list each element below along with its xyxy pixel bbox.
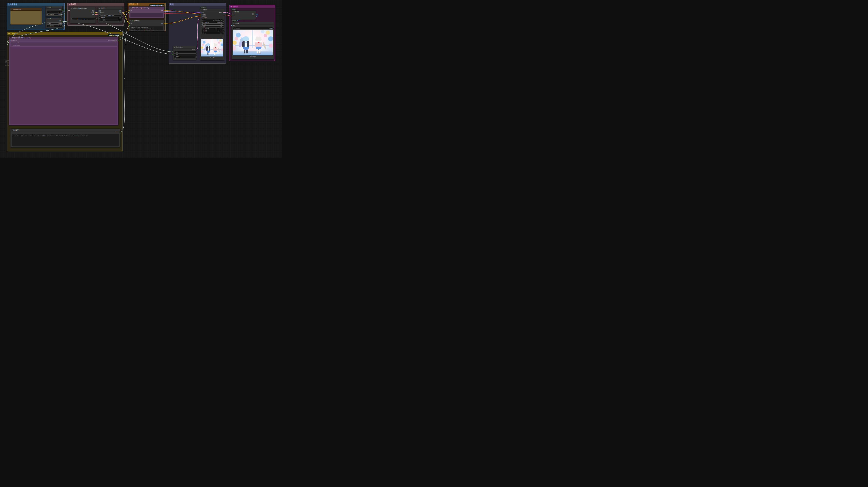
widget-control-after-generate[interactable]: ◀生成后控制randomize▶ <box>202 21 224 23</box>
prev-arrow-icon[interactable]: ◀ <box>202 30 203 31</box>
widget-batch-size[interactable]: ◀批量大小1▶ <box>174 56 197 58</box>
negative-textarea[interactable]: low quality,worst quality,normal quality… <box>130 26 163 30</box>
widget-scheduler[interactable]: ◀调度器sgm_uniform▶ <box>202 30 224 32</box>
collapse-dot[interactable] <box>71 8 72 9</box>
port-string-output[interactable] <box>120 132 121 133</box>
port-text-input[interactable] <box>129 25 130 26</box>
node-checkpoint-loader[interactable]: Checkpoint加载器（简易） ◀noobaiXLNAIXL_vPred10… <box>70 7 96 23</box>
node-vae-decode[interactable]: VAE解码 <box>231 10 256 20</box>
port-int-output[interactable] <box>62 9 63 10</box>
prev-arrow-icon[interactable]: ◀ <box>72 19 73 20</box>
decrement-arrow-icon[interactable]: ◀ <box>47 11 48 12</box>
collapse-dot[interactable] <box>201 9 203 11</box>
decrement-arrow-icon[interactable]: ◀ <box>100 17 100 18</box>
increment-arrow-icon[interactable]: ▶ <box>223 26 223 27</box>
decrement-arrow-icon[interactable]: ◀ <box>47 14 48 15</box>
next-arrow-icon[interactable]: ▶ <box>223 30 223 31</box>
prev-arrow-icon[interactable]: ◀ <box>100 15 100 16</box>
widget-sampler-name[interactable]: ◀采样器名称euler_ancestral▶ <box>202 28 224 30</box>
increment-arrow-icon[interactable]: ▶ <box>223 24 223 25</box>
decrement-arrow-icon[interactable]: ◀ <box>202 33 203 34</box>
decrement-arrow-icon[interactable]: ◀ <box>100 20 100 21</box>
port-image-output[interactable] <box>255 13 256 14</box>
node-negative-prompt[interactable]: 负面提示词 low quality,worst quality,normal q… <box>10 129 120 147</box>
increment-arrow-icon[interactable]: ▶ <box>61 23 62 24</box>
collapse-dot[interactable] <box>11 9 12 10</box>
collapse-dot[interactable] <box>99 7 100 9</box>
port-latent-input[interactable] <box>231 13 232 14</box>
collapse-dot[interactable] <box>11 129 12 131</box>
increment-arrow-icon[interactable]: ▶ <box>121 17 122 18</box>
port-clip-output[interactable] <box>122 12 123 13</box>
widget-value[interactable]: ◀value1344▶ <box>46 11 63 13</box>
node-markdown-note[interactable]: Markdown Note <box>10 8 42 25</box>
widget-lora-name[interactable]: ◀sdxl\style\ill-xl-01-ibara_riato_1 ...▶ <box>99 14 123 17</box>
collapse-dot[interactable] <box>232 23 234 24</box>
collapse-dot[interactable] <box>174 46 175 48</box>
port-clip-input[interactable] <box>129 10 130 11</box>
port-latent-output[interactable] <box>195 49 197 51</box>
next-arrow-icon[interactable]: ▶ <box>121 15 122 16</box>
prev-arrow-icon[interactable]: ◀ <box>202 28 203 29</box>
next-arrow-icon[interactable]: ▶ <box>223 28 223 29</box>
port-canvas-height-input[interactable] <box>8 44 9 45</box>
widget-seed[interactable]: ◀种子544728003394482▶ <box>202 19 224 21</box>
increment-arrow-icon[interactable]: ▶ <box>223 22 223 23</box>
prompt-textarea[interactable] <box>130 13 163 18</box>
widget-filename-prefix[interactable]: 文件名前缀ComfyUI <box>232 27 274 30</box>
port-cond-output[interactable] <box>163 23 165 24</box>
port-clip-output[interactable] <box>95 12 96 13</box>
widget-clip-strength[interactable]: ◀CLIP强度1.00▶ <box>99 19 123 21</box>
decrement-arrow-icon[interactable]: ◀ <box>202 24 203 25</box>
widget-control-after-generate[interactable]: ◀生成后控制fixed▶ <box>46 13 63 15</box>
increment-arrow-icon[interactable]: ▶ <box>195 57 196 58</box>
port-text-input[interactable] <box>129 12 130 13</box>
port-image-input[interactable] <box>231 25 232 26</box>
port-clip-input[interactable] <box>129 23 130 24</box>
node-empty-latent[interactable]: 空Latent图像 宽度 高度 ◀批量大小1▶ <box>173 46 196 60</box>
widget-cfg[interactable]: ◀cfg5.0▶ <box>202 26 224 28</box>
collapse-dot[interactable] <box>10 37 11 39</box>
port-vae-output[interactable] <box>95 14 96 15</box>
character-editor-canvas[interactable] <box>10 47 117 124</box>
port-width-input[interactable] <box>172 51 173 52</box>
node-width[interactable]: 宽度 ◀value1344▶ ◀生成后控制fixed▶ <box>45 6 62 17</box>
increment-arrow-icon[interactable]: ▶ <box>61 25 62 26</box>
increment-arrow-icon[interactable]: ▶ <box>121 20 122 21</box>
port-model-input[interactable] <box>199 12 200 13</box>
widget-model-strength[interactable]: ◀模型强度1.00▶ <box>99 17 123 19</box>
port-negative-input[interactable] <box>199 15 200 17</box>
widget-control-after-generate[interactable]: ◀生成后控制fixed▶ <box>46 25 63 27</box>
widget-value[interactable]: ◀value1008▶ <box>46 23 63 25</box>
widget-denoise[interactable]: ◀降噪1.00▶ <box>202 32 224 34</box>
increment-arrow-icon[interactable]: ▶ <box>223 20 223 21</box>
input-row-width[interactable]: 宽度 <box>174 51 197 54</box>
collapse-dot[interactable] <box>46 7 48 8</box>
negative-string-textarea[interactable]: low quality,worst quality,normal quality… <box>12 134 119 146</box>
decrement-arrow-icon[interactable]: ◀ <box>202 20 203 21</box>
port-canvas-width-input[interactable] <box>8 42 9 43</box>
widget-ckpt-name[interactable]: ◀noobaiXLNAIXL_vPred10Versio ...▶ <box>71 18 96 20</box>
node-multi-character-editor[interactable]: 多角色编辑器 (Multi Character Editor) canvas_w… <box>9 36 118 125</box>
decrement-arrow-icon[interactable]: ◀ <box>202 26 203 27</box>
port-generated-prompt-output[interactable] <box>118 40 119 41</box>
port-latent-output[interactable] <box>223 12 224 13</box>
increment-arrow-icon[interactable]: ▶ <box>223 33 223 34</box>
input-row-canvas-height[interactable]: canvas_height <box>11 44 118 46</box>
decrement-arrow-icon[interactable]: ◀ <box>47 25 48 26</box>
node-save-image[interactable]: 保存图像 文件名前缀ComfyUI 1344 × 1008 <box>231 22 274 59</box>
input-row-height[interactable]: 高度 <box>174 54 197 56</box>
collapse-dot[interactable] <box>46 18 48 20</box>
increment-arrow-icon[interactable]: ▶ <box>61 14 62 15</box>
node-height[interactable]: 高度 ◀value1008▶ ◀生成后控制fixed▶ <box>45 18 62 28</box>
node-clip-text-encode[interactable]: CLIP文本编码 low quality,worst quality,norma… <box>129 20 164 31</box>
increment-arrow-icon[interactable]: ▶ <box>61 11 62 12</box>
port-int-output[interactable] <box>62 21 63 22</box>
port-latent-input[interactable] <box>199 17 200 18</box>
port-model-output[interactable] <box>95 10 96 11</box>
next-arrow-icon[interactable]: ▶ <box>94 19 95 20</box>
port-model-output[interactable] <box>122 10 123 11</box>
port-height-input[interactable] <box>172 54 173 55</box>
port-base-prompt-input[interactable] <box>8 40 9 41</box>
port-vae-input[interactable] <box>231 15 232 17</box>
